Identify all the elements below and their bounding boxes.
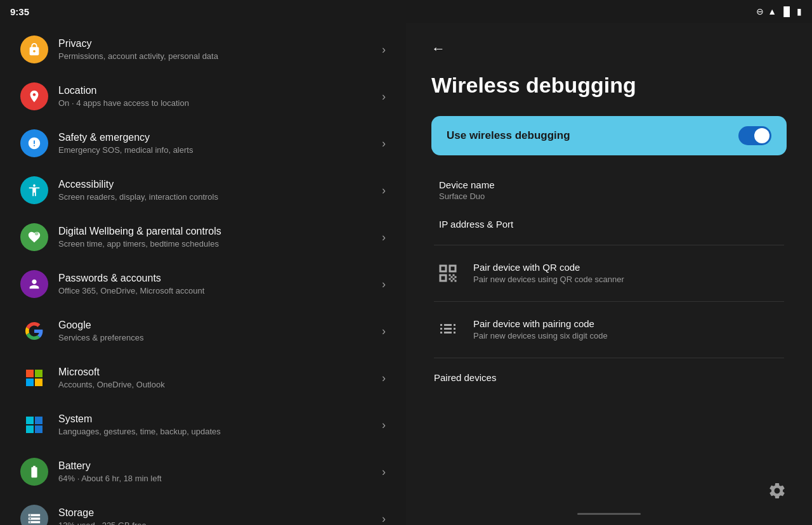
sidebar-item-privacy[interactable]: Privacy Permissions, account activity, p…: [8, 27, 398, 72]
pair-code-icon-wrapper: [434, 316, 462, 344]
main-layout: Privacy Permissions, account activity, p…: [0, 23, 812, 525]
toggle-switch[interactable]: [738, 126, 771, 145]
accessibility-title: Accessibility: [58, 179, 377, 190]
privacy-title: Privacy: [58, 38, 377, 49]
google-icon: [25, 322, 43, 340]
accessibility-chevron: ›: [382, 184, 386, 197]
system-text: System Languages, gestures, time, backup…: [58, 413, 377, 436]
location-text: Location On · 4 apps have access to loca…: [58, 85, 377, 108]
safety-icon-bg: [20, 129, 48, 157]
passwords-chevron: ›: [382, 278, 386, 291]
do-not-disturb-icon: ⊖: [756, 6, 764, 16]
microsoft-icon: [26, 370, 43, 386]
system-icon-bg: [20, 411, 48, 439]
system-icon: [26, 417, 43, 433]
sidebar-item-accessibility[interactable]: Accessibility Screen readers, display, i…: [8, 167, 398, 213]
lock-icon: [27, 42, 41, 56]
qr-icon-wrapper: [434, 259, 462, 287]
device-name-value: Surface Duo: [439, 191, 779, 201]
status-time: 9:35: [10, 6, 29, 17]
privacy-subtitle: Permissions, account activity, personal …: [58, 51, 377, 61]
system-title: System: [58, 413, 377, 425]
pair-qr-item[interactable]: Pair device with QR code Pair new device…: [431, 249, 787, 297]
google-icon-bg: [20, 317, 48, 345]
wellbeing-title: Digital Wellbeing & parental controls: [58, 226, 377, 237]
location-icon: [27, 89, 41, 103]
sidebar-item-digital-wellbeing[interactable]: Digital Wellbeing & parental controls Sc…: [8, 214, 398, 260]
wireless-debugging-toggle-row[interactable]: Use wireless debugging: [431, 116, 787, 155]
system-subtitle: Languages, gestures, time, backup, updat…: [58, 427, 377, 436]
battery-icon-bg: [20, 458, 48, 486]
storage-subtitle: 13% used · 225 GB free: [58, 521, 377, 525]
wellbeing-icon-bg: [20, 223, 48, 251]
toggle-label: Use wireless debugging: [447, 129, 570, 142]
battery-title: Battery: [58, 460, 377, 472]
scroll-indicator-right: [577, 513, 641, 515]
location-title: Location: [58, 85, 377, 96]
passwords-title: Passwords & accounts: [58, 273, 377, 284]
page-title: Wireless debugging: [431, 72, 787, 98]
privacy-icon-bg: [20, 36, 48, 63]
device-name-label: Device name: [439, 179, 779, 190]
divider-1: [434, 245, 784, 245]
battery-subtitle: 64% · About 6 hr, 18 min left: [58, 474, 377, 483]
device-info-section: Device name Surface Duo IP address & Por…: [431, 171, 787, 240]
accounts-icon: [27, 277, 41, 291]
pair-code-item[interactable]: Pair device with pairing code Pair new d…: [431, 306, 787, 354]
location-icon-bg: [20, 82, 48, 110]
signal-icon: ▐▌: [780, 6, 793, 16]
microsoft-chevron: ›: [382, 372, 386, 385]
svg-point-0: [35, 232, 38, 236]
microsoft-icon-bg: [20, 364, 48, 392]
status-bar: 9:35 ⊖ ▲ ▐▌ ▮: [0, 0, 812, 23]
pair-qr-subtitle: Pair new devices using QR code scanner: [473, 275, 624, 284]
sidebar-item-passwords[interactable]: Passwords & accounts Office 365, OneDriv…: [8, 261, 398, 307]
pair-code-subtitle: Pair new devices using six digit code: [473, 331, 608, 340]
battery-text: Battery 64% · About 6 hr, 18 min left: [58, 460, 377, 483]
wireless-debugging-panel: ← Wireless debugging Use wireless debugg…: [406, 23, 812, 525]
back-button[interactable]: ←: [431, 36, 445, 62]
storage-icon-bg: [20, 505, 48, 525]
ip-address-row: IP address & Port: [436, 210, 782, 240]
passwords-icon-bg: [20, 270, 48, 298]
sidebar-item-safety[interactable]: Safety & emergency Emergency SOS, medica…: [8, 120, 398, 166]
microsoft-title: Microsoft: [58, 366, 377, 378]
pair-code-title: Pair device with pairing code: [473, 318, 608, 329]
passwords-subtitle: Office 365, OneDrive, Microsoft account: [58, 286, 377, 295]
location-subtitle: On · 4 apps have access to location: [58, 98, 377, 108]
accessibility-icon-bg: [20, 176, 48, 204]
qr-icon: [436, 262, 459, 285]
accessibility-subtitle: Screen readers, display, interaction con…: [58, 192, 377, 202]
wifi-icon: ▲: [768, 6, 776, 16]
wellbeing-subtitle: Screen time, app timers, bedtime schedul…: [58, 239, 377, 249]
pair-code-text: Pair device with pairing code Pair new d…: [473, 318, 608, 340]
microsoft-subtitle: Accounts, OneDrive, Outlook: [58, 380, 377, 389]
divider-3: [434, 358, 784, 358]
sidebar-item-google[interactable]: Google Services & preferences ›: [8, 308, 398, 354]
microsoft-text: Microsoft Accounts, OneDrive, Outlook: [58, 366, 377, 389]
google-title: Google: [58, 320, 377, 331]
gear-icon[interactable]: [768, 481, 787, 505]
safety-chevron: ›: [382, 137, 386, 150]
ip-address-label: IP address & Port: [439, 219, 779, 230]
sidebar-item-microsoft[interactable]: Microsoft Accounts, OneDrive, Outlook ›: [8, 355, 398, 401]
accessibility-icon: [27, 183, 41, 197]
sidebar-item-location[interactable]: Location On · 4 apps have access to loca…: [8, 74, 398, 119]
battery-icon: ▮: [797, 6, 802, 16]
safety-subtitle: Emergency SOS, medical info, alerts: [58, 145, 377, 155]
google-subtitle: Services & preferences: [58, 333, 377, 342]
sidebar-item-storage[interactable]: Storage 13% used · 225 GB free ›: [8, 496, 398, 525]
sidebar-item-system[interactable]: System Languages, gestures, time, backup…: [8, 402, 398, 448]
privacy-text: Privacy Permissions, account activity, p…: [58, 38, 377, 61]
google-chevron: ›: [382, 325, 386, 338]
accessibility-text: Accessibility Screen readers, display, i…: [58, 179, 377, 202]
sidebar-item-battery[interactable]: Battery 64% · About 6 hr, 18 min left ›: [8, 449, 398, 495]
paired-devices-label: Paired devices: [431, 362, 787, 386]
wellbeing-chevron: ›: [382, 231, 386, 244]
pair-qr-title: Pair device with QR code: [473, 262, 624, 273]
divider-2: [434, 301, 784, 302]
google-text: Google Services & preferences: [58, 320, 377, 342]
pair-code-icon: [436, 318, 459, 341]
settings-list: Privacy Permissions, account activity, p…: [0, 23, 406, 525]
privacy-chevron: ›: [382, 43, 386, 56]
